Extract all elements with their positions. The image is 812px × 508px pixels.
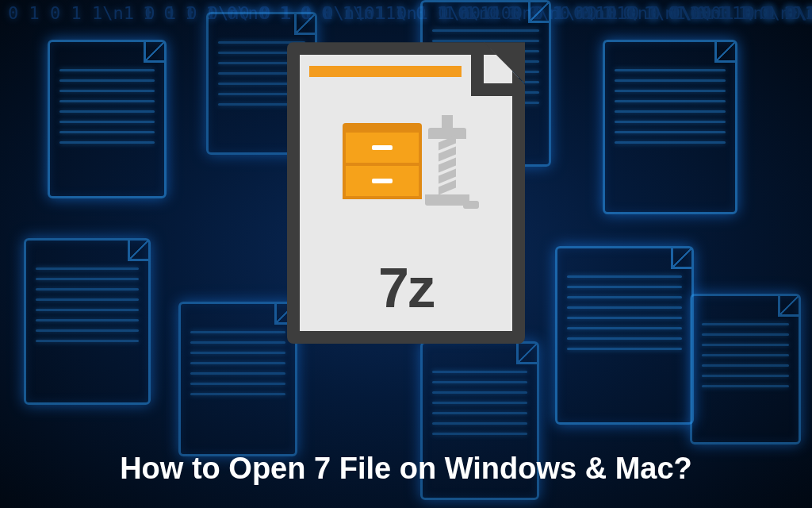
sevenz-file-icon: 7z — [287, 42, 525, 344]
glow-doc-icon — [48, 40, 167, 198]
compression-clamp-icon — [423, 115, 471, 206]
archive-cabinet-icon — [343, 123, 422, 199]
glow-doc-icon — [603, 40, 737, 214]
file-extension-label: 7z — [287, 256, 525, 320]
glow-doc-icon — [24, 238, 151, 405]
glow-doc-icon — [555, 246, 694, 425]
glow-doc-icon — [178, 302, 297, 456]
article-title: How to Open 7 File on Windows & Mac? — [0, 452, 812, 486]
glow-doc-icon — [690, 294, 801, 444]
